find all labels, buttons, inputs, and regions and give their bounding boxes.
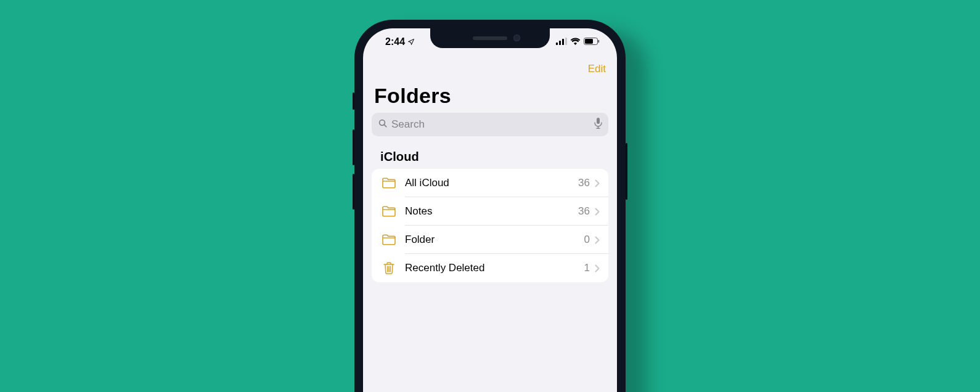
battery-icon (584, 36, 600, 47)
volume-down-button (353, 174, 354, 210)
folder-row-count: 36 (578, 205, 590, 218)
folder-row-count: 36 (578, 177, 590, 189)
svg-rect-6 (598, 40, 600, 43)
notes-app: Edit Folders Search (363, 28, 617, 282)
silent-switch (353, 92, 354, 110)
chevron-right-icon (595, 208, 600, 216)
status-bar-left: 2:44 (378, 36, 415, 47)
svg-rect-5 (585, 39, 593, 44)
phone-frame: 2:44 (354, 20, 626, 392)
folder-row-label: Recently Deleted (405, 262, 584, 274)
speaker-grille (473, 36, 507, 40)
folder-row-folder[interactable]: Folder 0 (372, 226, 608, 254)
phone-screen: 2:44 (363, 28, 617, 392)
phone-notch (430, 28, 550, 48)
folder-row-count: 1 (584, 262, 590, 274)
power-button (626, 143, 627, 200)
edit-button[interactable]: Edit (588, 63, 606, 75)
folder-row-label: Notes (405, 205, 578, 218)
svg-rect-3 (565, 38, 567, 45)
folder-row-recently-deleted[interactable]: Recently Deleted 1 (372, 254, 608, 282)
chevron-right-icon (595, 264, 600, 272)
search-icon (378, 118, 388, 131)
front-camera (513, 35, 520, 41)
svg-rect-9 (597, 118, 600, 124)
svg-rect-0 (556, 43, 558, 45)
navigation-bar: Edit (363, 55, 617, 83)
svg-line-8 (384, 125, 386, 127)
folder-row-label: Folder (405, 234, 584, 246)
status-time: 2:44 (385, 36, 405, 47)
cellular-signal-icon (556, 36, 567, 47)
folder-icon (380, 234, 398, 245)
folder-icon (380, 206, 398, 217)
location-arrow-icon (407, 38, 415, 46)
page-title: Folders (363, 83, 617, 113)
volume-up-button (353, 129, 354, 165)
trash-icon (380, 262, 398, 274)
microphone-icon[interactable] (594, 118, 602, 131)
wifi-icon (570, 36, 581, 47)
folder-row-label: All iCloud (405, 177, 578, 189)
folder-icon (380, 178, 398, 189)
section-header-icloud: iCloud (363, 147, 617, 169)
chevron-right-icon (595, 179, 600, 187)
status-bar-right (556, 36, 602, 47)
svg-rect-1 (559, 41, 561, 45)
svg-rect-2 (562, 39, 564, 45)
folder-row-count: 0 (584, 234, 590, 246)
search-input[interactable]: Search (372, 113, 608, 136)
chevron-right-icon (595, 236, 600, 244)
folder-row-all-icloud[interactable]: All iCloud 36 (372, 169, 608, 197)
search-placeholder: Search (391, 118, 590, 131)
folder-row-notes[interactable]: Notes 36 (372, 197, 608, 226)
folder-list: All iCloud 36 Notes 36 (372, 169, 608, 282)
